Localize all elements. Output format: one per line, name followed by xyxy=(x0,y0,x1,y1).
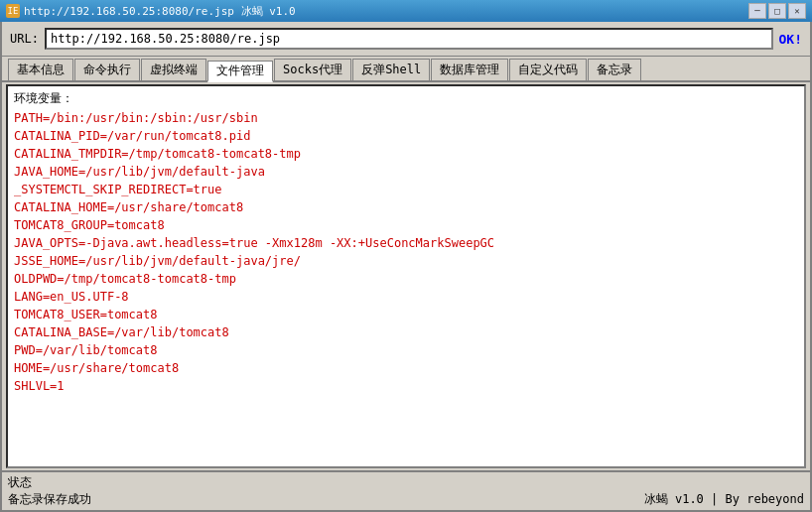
env-line: CATALINA_TMPDIR=/tmp/tomcat8-tomcat8-tmp xyxy=(14,145,798,163)
content-inner: 环境变量： PATH=/bin:/usr/bin:/sbin:/usr/sbin… xyxy=(8,86,804,399)
tab-reverse-shell[interactable]: 反弹Shell xyxy=(352,59,430,80)
env-line: JAVA_HOME=/usr/lib/jvm/default-java xyxy=(14,163,798,181)
env-section-label: 环境变量： xyxy=(14,90,798,107)
env-line: JAVA_OPTS=-Djava.awt.headless=true -Xmx1… xyxy=(14,234,798,252)
env-line: SHLVL=1 xyxy=(14,377,798,395)
status-bottom: 备忘录保存成功 冰蝎 v1.0 | By rebeyond xyxy=(8,491,804,508)
env-line: TOMCAT8_GROUP=tomcat8 xyxy=(14,216,798,234)
close-button[interactable]: ✕ xyxy=(788,3,806,19)
env-line: OLDPWD=/tmp/tomcat8-tomcat8-tmp xyxy=(14,270,798,288)
tab-socks-proxy[interactable]: Socks代理 xyxy=(274,59,351,80)
env-lines: PATH=/bin:/usr/bin:/sbin:/usr/sbinCATALI… xyxy=(14,109,798,395)
url-bar: URL: OK! xyxy=(2,22,810,57)
tab-database-mgmt[interactable]: 数据库管理 xyxy=(431,59,508,80)
url-input[interactable] xyxy=(45,28,773,50)
tab-file-manager[interactable]: 文件管理 xyxy=(207,61,273,82)
window-controls[interactable]: ─ □ ✕ xyxy=(748,3,806,19)
status-brand: 冰蝎 v1.0 | By rebeyond xyxy=(644,491,804,508)
env-line: JSSE_HOME=/usr/lib/jvm/default-java/jre/ xyxy=(14,252,798,270)
ok-button[interactable]: OK! xyxy=(779,32,802,47)
tab-virtual-terminal[interactable]: 虚拟终端 xyxy=(141,59,206,80)
tab-bar: 基本信息 命令执行 虚拟终端 文件管理 Socks代理 反弹Shell 数据库管… xyxy=(2,57,810,82)
minimize-button[interactable]: ─ xyxy=(748,3,766,19)
tab-basic-info[interactable]: 基本信息 xyxy=(8,59,73,80)
app-icon: IE xyxy=(6,4,20,18)
env-line: CATALINA_PID=/var/run/tomcat8.pid xyxy=(14,127,798,145)
env-line: CATALINA_BASE=/var/lib/tomcat8 xyxy=(14,323,798,341)
env-line: HOME=/usr/share/tomcat8 xyxy=(14,359,798,377)
content-area[interactable]: 环境变量： PATH=/bin:/usr/bin:/sbin:/usr/sbin… xyxy=(6,84,806,468)
tab-command-exec[interactable]: 命令执行 xyxy=(74,59,140,80)
window-title: http://192.168.50.25:8080/re.jsp 冰蝎 v1.0 xyxy=(24,4,296,19)
tab-memo[interactable]: 备忘录 xyxy=(588,59,641,80)
title-bar: IE http://192.168.50.25:8080/re.jsp 冰蝎 v… xyxy=(0,0,812,22)
env-line: PWD=/var/lib/tomcat8 xyxy=(14,341,798,359)
url-label: URL: xyxy=(10,32,39,46)
status-label: 状态 xyxy=(8,474,804,491)
status-bar: 状态 备忘录保存成功 冰蝎 v1.0 | By rebeyond xyxy=(2,470,810,510)
env-line: _SYSTEMCTL_SKIP_REDIRECT=true xyxy=(14,181,798,198)
main-window: URL: OK! 基本信息 命令执行 虚拟终端 文件管理 Socks代理 反弹S… xyxy=(0,22,812,512)
tab-custom-code[interactable]: 自定义代码 xyxy=(509,59,587,80)
env-line: LANG=en_US.UTF-8 xyxy=(14,288,798,306)
env-line: CATALINA_HOME=/usr/share/tomcat8 xyxy=(14,198,798,216)
env-line: TOMCAT8_USER=tomcat8 xyxy=(14,306,798,323)
env-line: PATH=/bin:/usr/bin:/sbin:/usr/sbin xyxy=(14,109,798,127)
title-bar-left: IE http://192.168.50.25:8080/re.jsp 冰蝎 v… xyxy=(6,4,296,19)
status-message: 备忘录保存成功 xyxy=(8,491,91,508)
maximize-button[interactable]: □ xyxy=(768,3,786,19)
